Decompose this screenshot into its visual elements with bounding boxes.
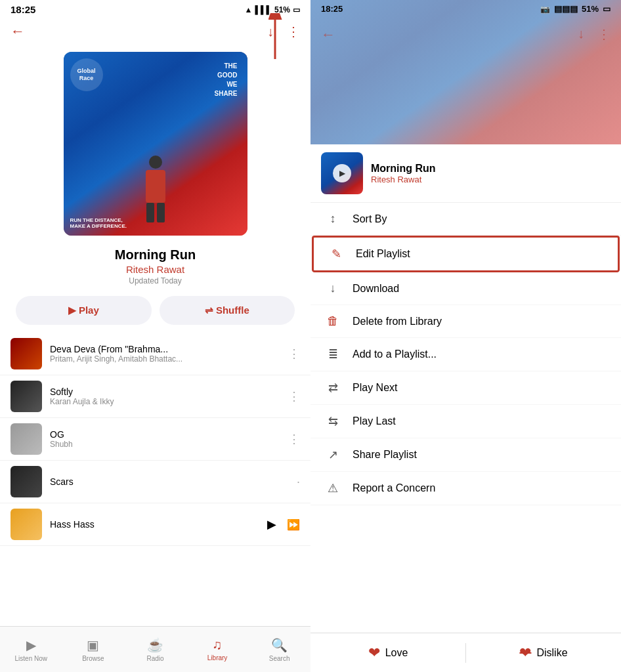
- track-more-og[interactable]: ⋮: [288, 432, 300, 446]
- left-panel: 18:25 ▲ ▌▌▌ 51% ▭ ← ↓ ⋮: [0, 0, 310, 672]
- menu-item-report[interactable]: ⚠ Report a Concern: [310, 472, 621, 505]
- track-ff-hass[interactable]: ⏩: [287, 518, 300, 531]
- nav-search[interactable]: 🔍 Search: [248, 627, 310, 672]
- report-icon: ⚠: [324, 481, 342, 495]
- track-thumb-hass: [11, 509, 42, 540]
- track-info-deva: Deva Deva (From "Brahma... Pritam, Ariji…: [50, 344, 280, 364]
- playlist-updated: Updated Today: [11, 276, 300, 285]
- bottom-love-dislike: ❤ Love ❤ Dislike: [310, 633, 621, 672]
- action-buttons: ▶ Play ⇌ Shuffle: [0, 288, 310, 333]
- track-name-hass: Hass Hass: [50, 519, 259, 530]
- listen-now-icon: ▶: [26, 637, 36, 653]
- right-download-icon: ↓: [578, 26, 584, 43]
- report-label: Report a Concern: [353, 482, 435, 494]
- left-status-bar: 18:25 ▲ ▌▌▌ 51% ▭: [0, 0, 310, 18]
- library-icon: ♫: [213, 637, 223, 652]
- left-top-bar: ← ↓ ⋮: [0, 18, 310, 45]
- left-time: 18:25: [11, 4, 35, 15]
- menu-item-download[interactable]: ↓ Download: [310, 272, 621, 305]
- right-art-bg: [310, 0, 621, 144]
- library-label: Library: [207, 654, 228, 662]
- track-artist-og: Shubh: [50, 440, 280, 449]
- right-panel-dimmed-bg: 18:25 📷 ▤▤▤ 51% ▭ ← ↓ ⋮: [310, 0, 621, 144]
- ctx-play-button[interactable]: ▶: [333, 164, 351, 182]
- battery-icon: ▭: [293, 5, 300, 14]
- delete-library-label: Delete from Library: [353, 316, 442, 327]
- track-name-scars: Scars: [50, 476, 289, 487]
- right-status-bar: 18:25 📷 ▤▤▤ 51% ▭: [310, 4, 621, 14]
- listen-now-label: Listen Now: [15, 655, 47, 662]
- radio-label: Radio: [146, 655, 163, 662]
- right-back-btn: ←: [321, 26, 335, 43]
- search-icon: 🔍: [271, 637, 288, 653]
- track-more-softly[interactable]: ⋮: [288, 389, 300, 404]
- context-header: ▶ Morning Run Ritesh Rawat: [310, 144, 621, 203]
- play-button[interactable]: ▶ Play: [16, 296, 152, 325]
- right-signal-icon: ▤▤▤: [554, 4, 578, 14]
- track-item-softly[interactable]: Softly Karan Aujla & Ikky ⋮: [0, 375, 310, 418]
- add-playlist-icon: ≣: [324, 347, 342, 362]
- sort-by-label: Sort By: [353, 213, 387, 225]
- track-artist-softly: Karan Aujla & Ikky: [50, 397, 280, 406]
- ctx-author: Ritesh Rawat: [371, 175, 610, 184]
- track-item-hass[interactable]: Hass Hass ▶ ⏩: [0, 503, 310, 546]
- track-item-scars[interactable]: Scars ·: [0, 461, 310, 503]
- menu-item-delete-library[interactable]: 🗑 Delete from Library: [310, 305, 621, 338]
- nav-listen-now[interactable]: ▶ Listen Now: [0, 627, 62, 672]
- track-info-og: OG Shubh: [50, 429, 280, 449]
- browse-label: Browse: [82, 655, 104, 662]
- browse-icon: ▣: [87, 637, 99, 653]
- edit-playlist-label: Edit Playlist: [356, 248, 410, 260]
- track-more-scars[interactable]: ·: [297, 475, 300, 489]
- love-label: Love: [385, 647, 408, 659]
- track-thumb-deva: [11, 338, 42, 369]
- bottom-nav: ▶ Listen Now ▣ Browse ☕ Radio ♫ Library …: [0, 626, 310, 672]
- playlist-title: Morning Run: [11, 247, 300, 262]
- signal-icon: ▌▌▌: [255, 5, 272, 14]
- right-battery: 51%: [582, 4, 599, 14]
- more-button[interactable]: ⋮: [287, 24, 300, 39]
- right-battery-icon: ▭: [603, 4, 610, 14]
- back-button[interactable]: ←: [11, 23, 25, 40]
- menu-item-play-last[interactable]: ⇆ Play Last: [310, 405, 621, 438]
- download-label: Download: [353, 283, 399, 295]
- track-more-deva[interactable]: ⋮: [288, 346, 300, 361]
- battery-label: 51%: [274, 5, 290, 14]
- radio-icon: ☕: [147, 637, 163, 653]
- menu-item-share-playlist[interactable]: ↗ Share Playlist: [310, 438, 621, 472]
- menu-item-add-playlist[interactable]: ≣ Add to a Playlist...: [310, 338, 621, 371]
- playlist-info: Morning Run Ritesh Rawat Updated Today: [0, 242, 310, 288]
- track-list: Deva Deva (From "Brahma... Pritam, Ariji…: [0, 333, 310, 626]
- nav-radio[interactable]: ☕ Radio: [124, 627, 186, 672]
- nav-library[interactable]: ♫ Library: [186, 627, 249, 672]
- track-item-deva[interactable]: Deva Deva (From "Brahma... Pritam, Ariji…: [0, 333, 310, 375]
- shuffle-button[interactable]: ⇌ Shuffle: [160, 296, 295, 325]
- track-info-scars: Scars: [50, 476, 289, 487]
- track-item-og[interactable]: OG Shubh ⋮: [0, 418, 310, 461]
- track-thumb-scars: [11, 466, 42, 497]
- ctx-info: Morning Run Ritesh Rawat: [371, 163, 610, 184]
- love-button[interactable]: ❤ Love: [310, 633, 465, 672]
- menu-item-play-next[interactable]: ⇄ Play Next: [310, 371, 621, 405]
- search-label: Search: [269, 655, 290, 662]
- playlist-author: Ritesh Rawat: [11, 264, 300, 275]
- share-playlist-icon: ↗: [324, 448, 342, 462]
- download-button[interactable]: ↓: [267, 24, 274, 39]
- menu-item-sort-by[interactable]: ↕ Sort By: [310, 203, 621, 236]
- nav-browse[interactable]: ▣ Browse: [62, 627, 125, 672]
- right-more-icon: ⋮: [597, 26, 610, 43]
- ctx-thumbnail: ▶: [321, 152, 363, 194]
- play-next-label: Play Next: [353, 382, 397, 394]
- play-next-icon: ⇄: [324, 381, 342, 395]
- share-playlist-label: Share Playlist: [353, 449, 417, 461]
- track-info-softly: Softly Karan Aujla & Ikky: [50, 387, 280, 406]
- dislike-heart-icon: ❤: [519, 644, 531, 662]
- track-thumb-og: [11, 423, 42, 455]
- play-last-label: Play Last: [353, 415, 396, 427]
- dislike-button[interactable]: ❤ Dislike: [466, 633, 621, 672]
- track-play-hass[interactable]: ▶: [267, 517, 276, 532]
- track-name-deva: Deva Deva (From "Brahma...: [50, 344, 280, 354]
- sort-by-icon: ↕: [324, 212, 342, 226]
- track-artist-deva: Pritam, Arijit Singh, Amitabh Bhattac...: [50, 354, 280, 364]
- menu-item-edit-playlist[interactable]: ✎ Edit Playlist: [312, 236, 620, 272]
